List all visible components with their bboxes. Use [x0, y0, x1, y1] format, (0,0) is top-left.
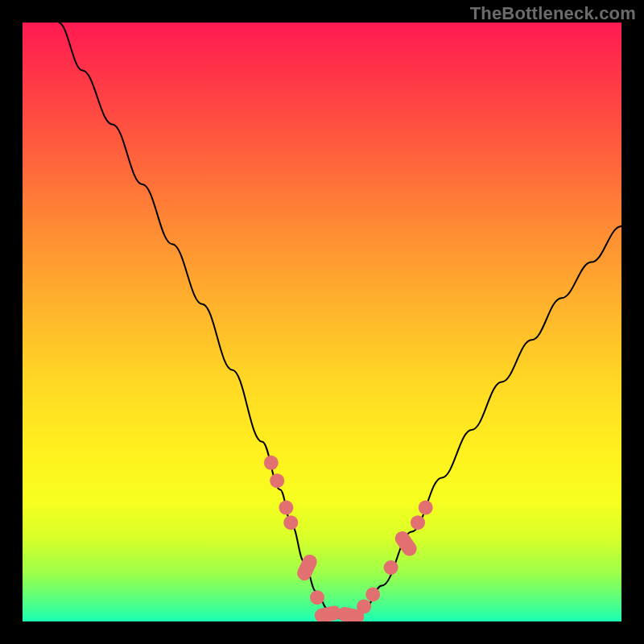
chart-marker-dot	[411, 515, 425, 530]
chart-marker-pill	[392, 528, 419, 559]
chart-marker-dot	[365, 588, 380, 602]
chart-frame: TheBottleneck.com	[0, 0, 644, 644]
chart-markers	[264, 456, 433, 621]
chart-marker-dot	[283, 515, 298, 530]
chart-marker-pill	[295, 552, 319, 583]
chart-marker-dot	[270, 473, 284, 488]
watermark-text: TheBottleneck.com	[470, 3, 636, 24]
chart-curve	[59, 23, 621, 618]
chart-marker-dot	[279, 501, 293, 515]
chart-marker-dot	[419, 501, 433, 515]
chart-marker-dot	[264, 456, 279, 470]
chart-marker-dot	[310, 590, 324, 605]
chart-marker-dot	[357, 599, 371, 613]
chart-marker-dot	[384, 560, 398, 575]
chart-svg	[23, 23, 621, 621]
chart-plot-area	[23, 23, 621, 621]
